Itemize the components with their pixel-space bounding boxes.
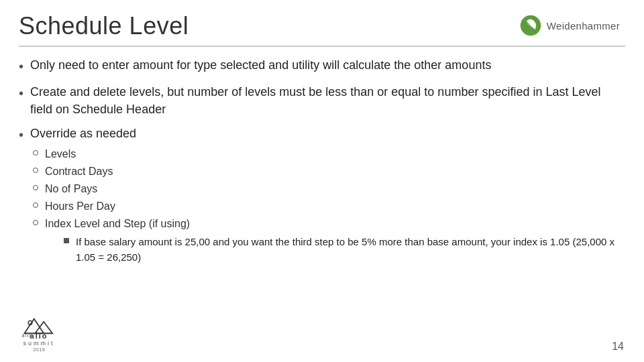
weidenhammer-logo-icon [520,15,541,36]
footer-logo-year: 2019 [33,347,45,353]
footer-logo-alio: alio [30,332,48,340]
bullet-text-1: Only need to enter amount for type selec… [30,56,491,74]
sub-sub-text-base-salary: If base salary amount is 25,00 and you w… [76,235,620,265]
header: Schedule Level Weidenhammer [0,0,644,40]
bullet-item-2: • Create and delete levels, but number o… [19,83,620,118]
weidenhammer-logo-text: Weidenhammer [547,20,620,32]
sub-dot-levels [33,150,38,156]
main-bullet-list: • Only need to enter amount for type sel… [19,56,620,267]
sub-item-index-level-content: Index Level and Step (if using) If base … [45,216,620,266]
sub-text-contract-days: Contract Days [45,164,113,180]
sub-item-index-level: Index Level and Step (if using) If base … [33,216,620,266]
footer: alio alio summit 2019 14 [0,313,644,353]
sub-item-contract-days: Contract Days [33,164,620,180]
sub-dot-hours-per-day [33,202,38,208]
bullet-item-3: • Override as needed Levels Contract Day… [19,125,620,267]
bullet-item-1: • Only need to enter amount for type sel… [19,56,620,76]
bullet-item-3-content: Override as needed Levels Contract Days [30,125,620,267]
bullet-text-2: Create and delete levels, but number of … [30,83,620,118]
page-number: 14 [612,341,624,353]
sub-sub-item-base-salary: If base salary amount is 25,00 and you w… [64,235,620,265]
bullet-dot-1: • [19,57,23,76]
slide: Schedule Level Weidenhammer • Only need … [0,0,644,362]
bullet-dot-3: • [19,125,23,145]
logo-area: Weidenhammer [520,15,620,36]
footer-logo: alio alio summit 2019 [19,313,59,353]
sub-dot-no-of-pays [33,185,38,190]
sub-sub-list: If base salary amount is 25,00 and you w… [64,235,620,265]
sub-list: Levels Contract Days No of Pays [33,146,620,266]
footer-logo-summit: summit [23,340,55,347]
square-bullet-base-salary [64,238,69,243]
sub-dot-contract-days [33,168,38,173]
bullet-text-3: Override as needed [30,127,136,140]
main-content: • Only need to enter amount for type sel… [0,47,644,267]
slide-title: Schedule Level [19,12,189,40]
sub-dot-index-level [33,220,38,225]
sub-text-index-level: Index Level and Step (if using) [45,218,190,229]
sub-item-levels: Levels [33,146,620,162]
sub-text-hours-per-day: Hours Per Day [45,198,115,215]
bullet-dot-2: • [19,84,23,103]
sub-item-no-of-pays: No of Pays [33,181,620,197]
sub-text-levels: Levels [45,146,76,162]
sub-item-hours-per-day: Hours Per Day [33,198,620,215]
sub-text-no-of-pays: No of Pays [45,181,97,197]
